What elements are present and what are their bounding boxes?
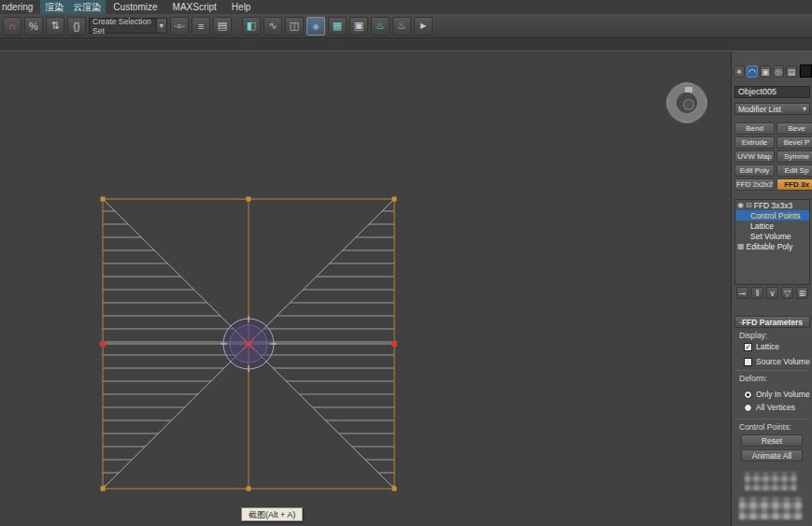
animate-all-button[interactable]: Animate All bbox=[741, 449, 803, 462]
rollout-collapse-icon[interactable]: − bbox=[739, 318, 744, 327]
spinner-snap-icon[interactable]: ⇅ bbox=[46, 17, 64, 36]
ffd-control-point[interactable] bbox=[392, 487, 397, 491]
modifier-button-bend[interactable]: Bend bbox=[734, 122, 775, 135]
configure-modifier-sets-icon[interactable]: ⊞ bbox=[796, 287, 808, 299]
screenshot-tooltip: 截图(Alt + A) bbox=[241, 507, 303, 521]
all-vertices-radio[interactable] bbox=[744, 404, 752, 412]
curve-editor-icon[interactable]: ∿ bbox=[264, 17, 282, 36]
menu-render-cn[interactable]: 渲染 bbox=[40, 0, 68, 14]
tab-hierarchy-icon[interactable]: ▣ bbox=[760, 65, 771, 78]
tab-display-icon[interactable]: ▤ bbox=[786, 65, 797, 78]
viewport[interactable]: 截图(Alt + A) bbox=[0, 51, 731, 526]
material-editor-icon[interactable]: ● bbox=[306, 17, 325, 36]
separator bbox=[735, 419, 809, 419]
corner-dark-box bbox=[800, 64, 812, 78]
control-points-group-label: Control Points: bbox=[739, 422, 791, 432]
source-volume-checkbox-row[interactable]: Source Volume bbox=[744, 357, 810, 366]
stack-row-label: Lattice bbox=[750, 221, 774, 231]
ffd-selected-control-point[interactable] bbox=[392, 341, 397, 347]
ffd-control-point[interactable] bbox=[392, 197, 397, 202]
menu-cloud-render-cn[interactable]: 云渲染 bbox=[68, 0, 106, 14]
modifier-button-extrude[interactable]: Extrude bbox=[734, 136, 775, 149]
menu-rendering[interactable]: ndering bbox=[0, 0, 40, 14]
display-group-label: Display: bbox=[739, 331, 767, 340]
ffd-control-point[interactable] bbox=[247, 487, 251, 491]
tab-create-icon[interactable]: ✶ bbox=[734, 65, 745, 78]
ffd-control-point[interactable] bbox=[101, 487, 106, 491]
deform-group-label: Deform: bbox=[739, 374, 767, 383]
render-last-icon[interactable]: ▶ bbox=[414, 17, 433, 36]
main-toolbar: ∩ % ⇅ {} Create Selection Set ▾ ◅▻ ≡ ▤ ◧… bbox=[0, 14, 812, 38]
named-selection-sets-icon[interactable]: {} bbox=[67, 17, 86, 36]
stack-row-editable-poly[interactable]: ▦ Editable Poly bbox=[735, 241, 809, 251]
render-iterative-icon[interactable]: ♨ bbox=[392, 17, 411, 36]
render-setup-icon[interactable]: ▦ bbox=[328, 17, 347, 36]
stack-row-control-points[interactable]: Control Points bbox=[735, 210, 809, 220]
editable-poly-icon: ▦ bbox=[737, 242, 745, 250]
modifier-list-label: Modifier List bbox=[738, 105, 781, 114]
pin-stack-icon[interactable]: ⊸ bbox=[736, 287, 748, 299]
modifier-button-ffd-2x2x2[interactable]: FFD 2x2x2 bbox=[734, 178, 775, 191]
stack-row-set-volume[interactable]: Set Volume bbox=[735, 231, 809, 241]
all-vertices-radio-row[interactable]: All Vertices bbox=[744, 403, 795, 412]
viewport-canvas[interactable] bbox=[0, 51, 731, 526]
mirror-icon[interactable]: ◅▻ bbox=[170, 17, 189, 36]
lattice-checkbox-label: Lattice bbox=[756, 342, 779, 351]
selection-set-combo-value: Create Selection Set bbox=[93, 17, 156, 36]
snap-toggle-icon[interactable]: ∩ bbox=[3, 17, 21, 36]
show-end-result-icon[interactable]: ‖ bbox=[751, 287, 763, 299]
expand-icon[interactable]: ⊟ bbox=[746, 201, 752, 209]
modifier-button-uvw-map[interactable]: UVW Map bbox=[734, 150, 775, 163]
steering-wheel-widget[interactable] bbox=[666, 82, 707, 123]
stack-row-label: FFD 3x3x3 bbox=[754, 201, 793, 210]
menu-maxscript[interactable]: MAXScript bbox=[165, 0, 224, 14]
modifier-button-edit-spline[interactable]: Edit Sp bbox=[776, 164, 812, 177]
layer-manager-icon[interactable]: ▤ bbox=[213, 17, 232, 36]
stack-row-ffd-3x3x3[interactable]: ◉ ⊟ FFD 3x3x3 bbox=[735, 200, 809, 210]
menu-customize[interactable]: Customize bbox=[106, 0, 164, 14]
ffd-control-point[interactable] bbox=[101, 197, 106, 202]
stack-row-label: Set Volume bbox=[750, 232, 791, 241]
selection-set-combo[interactable]: Create Selection Set ▾ bbox=[89, 18, 167, 34]
schematic-view-icon[interactable]: ◫ bbox=[285, 17, 304, 36]
only-in-volume-radio-row[interactable]: Only In Volume bbox=[744, 390, 810, 399]
modifier-button-symmetry[interactable]: Symme bbox=[776, 150, 812, 163]
command-panel-tabs: ✶ ◠ ▣ ◎ ▤ ✚ bbox=[734, 65, 810, 78]
make-unique-icon[interactable]: ∨ bbox=[766, 287, 778, 299]
viewport-layout-strip bbox=[0, 38, 812, 51]
only-in-volume-radio[interactable] bbox=[744, 391, 752, 399]
modifier-button-ffd-3x3x3[interactable]: FFD 3x bbox=[776, 178, 812, 191]
rendered-frame-window-icon[interactable]: ▣ bbox=[349, 17, 368, 36]
stack-row-lattice[interactable]: Lattice bbox=[735, 220, 809, 231]
modifier-button-edit-poly[interactable]: Edit Poly bbox=[734, 164, 775, 177]
object-name-field[interactable]: Object005 bbox=[734, 86, 810, 98]
tab-modify-icon[interactable]: ◠ bbox=[747, 65, 758, 78]
all-vertices-label: All Vertices bbox=[756, 403, 795, 412]
percent-snap-icon[interactable]: % bbox=[24, 17, 43, 36]
ffd-parameters-rollout-header[interactable]: − FFD Parameters bbox=[734, 316, 810, 328]
lattice-checkbox-row[interactable]: ✓ Lattice bbox=[744, 342, 779, 351]
menu-help[interactable]: Help bbox=[224, 0, 259, 14]
stack-row-label: Control Points bbox=[750, 211, 800, 220]
render-production-icon[interactable]: ♨ bbox=[371, 17, 390, 36]
remove-modifier-icon[interactable]: ▽ bbox=[781, 287, 793, 299]
modifier-button-bevel[interactable]: Beve bbox=[776, 122, 812, 135]
lattice-checkbox[interactable]: ✓ bbox=[744, 343, 752, 351]
modifier-stack: ◉ ⊟ FFD 3x3x3 Control Points Lattice Set… bbox=[734, 199, 810, 285]
menu-bar: ndering 渲染 云渲染 Customize MAXScript Help bbox=[0, 0, 812, 14]
combo-dropdown-icon[interactable]: ▾ bbox=[156, 19, 166, 33]
tab-motion-icon[interactable]: ◎ bbox=[773, 65, 784, 78]
modifier-list-dropdown[interactable]: Modifier List ▾ bbox=[734, 103, 810, 115]
steering-wheel-hub bbox=[683, 99, 694, 110]
ffd-control-point[interactable] bbox=[247, 197, 251, 202]
bulb-icon[interactable]: ◉ bbox=[737, 201, 744, 209]
ffd-selected-control-point[interactable] bbox=[100, 341, 106, 347]
ribbon-toggle-icon[interactable]: ◧ bbox=[242, 17, 261, 36]
modifier-list-arrow-icon[interactable]: ▾ bbox=[803, 105, 806, 113]
reset-button[interactable]: Reset bbox=[741, 434, 803, 447]
source-volume-checkbox[interactable] bbox=[744, 358, 752, 366]
watermark-blur-block bbox=[745, 472, 797, 490]
align-icon[interactable]: ≡ bbox=[192, 17, 210, 36]
watermark-blur-block bbox=[739, 497, 803, 519]
modifier-button-bevel-profile[interactable]: Bevel P bbox=[776, 136, 812, 149]
